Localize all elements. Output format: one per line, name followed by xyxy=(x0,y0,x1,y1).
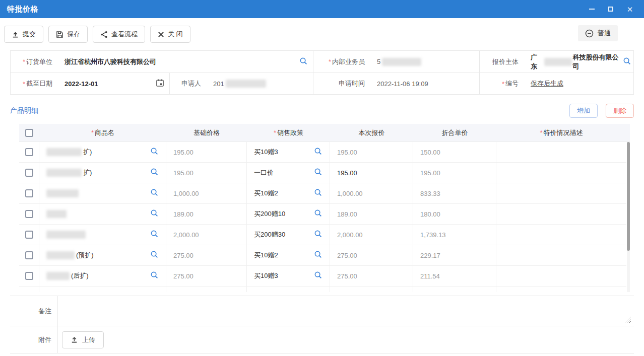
quote-price-cell[interactable] xyxy=(330,287,413,293)
base-price-cell[interactable]: 275.00 xyxy=(166,266,247,287)
base-price-cell[interactable]: 275.00 xyxy=(166,245,247,266)
quote-price-cell[interactable]: 189.00 xyxy=(330,204,413,225)
table-row: 扩)195.00一口价195.00195.00 xyxy=(19,163,626,183)
sales-policy-cell[interactable]: 买10赠3 xyxy=(247,266,330,287)
sales-policy-cell[interactable]: 买200赠10 xyxy=(247,204,330,225)
quote-price-cell[interactable]: 2,000.00 xyxy=(330,225,413,245)
table-row xyxy=(19,287,626,292)
sales-policy-cell[interactable]: 买10赠2 xyxy=(247,183,330,204)
policy-search-icon[interactable] xyxy=(314,188,323,198)
product-search-icon[interactable] xyxy=(150,147,159,157)
calendar-icon[interactable] xyxy=(156,79,164,89)
quote-entity-search-icon[interactable] xyxy=(623,57,631,67)
row-checkbox[interactable] xyxy=(25,169,33,177)
special-price-description-cell[interactable] xyxy=(496,163,626,183)
row-checkbox[interactable] xyxy=(25,210,33,218)
upload-button[interactable]: 上传 xyxy=(62,331,104,348)
special-price-description-cell[interactable] xyxy=(496,204,626,225)
base-price-cell[interactable]: 1,000.00 xyxy=(166,183,247,204)
add-row-button[interactable]: 增加 xyxy=(569,104,598,118)
product-name-cell[interactable] xyxy=(39,204,166,225)
select-all-checkbox[interactable] xyxy=(25,129,33,137)
sales-policy-value: 买10赠2 xyxy=(254,251,278,260)
row-checkbox[interactable] xyxy=(25,189,33,197)
unit-price-cell[interactable]: 211.54 xyxy=(413,266,496,287)
table-row: (预扩)275.00买10赠2275.00229.17 xyxy=(19,245,626,266)
product-search-icon[interactable] xyxy=(150,168,159,178)
sales-policy-cell[interactable]: 买10赠2 xyxy=(247,245,330,266)
priority-badge[interactable]: 普通 xyxy=(578,25,618,41)
order-unit-field[interactable]: 浙江省杭州市八骏科技有限公司 xyxy=(58,51,313,73)
remark-textarea[interactable] xyxy=(58,296,634,326)
row-checkbox[interactable] xyxy=(25,231,33,239)
product-name-cell[interactable]: 扩) xyxy=(39,163,166,183)
product-search-icon[interactable] xyxy=(150,271,159,281)
submit-button[interactable]: 提交 xyxy=(4,26,43,43)
sales-policy-cell[interactable]: 一口价 xyxy=(247,163,330,183)
special-price-description-cell[interactable] xyxy=(496,245,626,266)
quote-price-cell[interactable]: 195.00 xyxy=(330,142,413,163)
quote-entity-field[interactable]: 广东 科技股份有限公司 xyxy=(525,51,633,73)
quote-price-cell[interactable]: 275.00 xyxy=(330,266,413,287)
quote-price-cell[interactable]: 275.00 xyxy=(330,245,413,266)
product-name-cell[interactable] xyxy=(39,287,166,293)
base-price-cell[interactable]: 195.00 xyxy=(166,142,247,163)
base-price-cell[interactable]: 2,000.00 xyxy=(166,225,247,245)
product-name-cell[interactable]: 扩) xyxy=(39,142,166,163)
order-unit-search-icon[interactable] xyxy=(299,57,308,67)
deadline-field[interactable]: 2022-12-01 xyxy=(58,73,169,94)
product-search-icon[interactable] xyxy=(150,209,159,219)
maximize-icon[interactable] xyxy=(607,5,615,13)
close-window-icon[interactable]: ✕ xyxy=(626,5,634,13)
special-price-description-cell[interactable] xyxy=(496,142,626,163)
sales-policy-cell[interactable]: 买200赠30 xyxy=(247,225,330,245)
special-price-description-cell[interactable] xyxy=(496,266,626,287)
quote-price-cell[interactable]: 1,000.00 xyxy=(330,183,413,204)
base-price-cell[interactable]: 189.00 xyxy=(166,204,247,225)
minimize-icon[interactable] xyxy=(588,5,596,13)
row-checkbox[interactable] xyxy=(25,148,33,156)
quote-price-cell[interactable]: 195.00 xyxy=(330,163,413,183)
special-price-description-cell[interactable] xyxy=(496,287,626,293)
row-checkbox[interactable] xyxy=(25,272,33,280)
unit-price-cell[interactable]: 833.33 xyxy=(413,183,496,204)
policy-search-icon[interactable] xyxy=(314,271,323,281)
internal-salesman-value: 5 xyxy=(377,58,380,65)
special-price-description-cell[interactable] xyxy=(496,183,626,204)
policy-search-icon[interactable] xyxy=(314,209,323,219)
view-flow-button[interactable]: 查看流程 xyxy=(93,26,145,43)
footer-section: 备注 附件 上传 xyxy=(10,296,634,353)
table-scrollbar[interactable] xyxy=(627,142,630,292)
unit-price-cell[interactable] xyxy=(413,287,496,293)
product-name-cell[interactable] xyxy=(39,225,166,245)
base-price-cell[interactable] xyxy=(166,287,247,293)
row-checkbox[interactable] xyxy=(25,251,33,259)
product-search-icon[interactable] xyxy=(150,250,159,260)
save-button[interactable]: 保存 xyxy=(48,26,88,43)
product-name-cell[interactable] xyxy=(39,183,166,204)
special-price-description-cell[interactable] xyxy=(496,225,626,245)
resize-handle-icon[interactable] xyxy=(625,317,631,323)
unit-price-cell[interactable]: 229.17 xyxy=(413,245,496,266)
product-name-suffix: (后扩) xyxy=(71,271,89,280)
unit-price-cell[interactable]: 195.00 xyxy=(413,163,496,183)
policy-search-icon[interactable] xyxy=(314,250,323,260)
product-search-icon[interactable] xyxy=(150,188,159,198)
policy-search-icon[interactable] xyxy=(314,147,323,157)
product-name-cell[interactable]: (后扩) xyxy=(39,266,166,287)
policy-search-icon[interactable] xyxy=(314,230,323,240)
table-scrollbar-thumb[interactable] xyxy=(627,142,630,251)
product-search-icon[interactable] xyxy=(150,230,159,240)
policy-search-icon[interactable] xyxy=(314,168,323,178)
base-price-cell[interactable]: 195.00 xyxy=(166,163,247,183)
delete-row-button[interactable]: 删除 xyxy=(606,104,634,118)
internal-salesman-field[interactable]: 5 xyxy=(371,51,479,73)
close-form-button[interactable]: 关 闭 xyxy=(150,26,190,43)
unit-price-cell[interactable]: 150.00 xyxy=(413,142,496,163)
internal-salesman-label: *内部业务员 xyxy=(313,51,371,73)
product-name-cell[interactable]: (预扩) xyxy=(39,245,166,266)
sales-policy-cell[interactable]: 买10赠3 xyxy=(247,142,330,163)
unit-price-cell[interactable]: 1,739.13 xyxy=(413,225,496,245)
sales-policy-cell[interactable] xyxy=(247,287,330,293)
unit-price-cell[interactable]: 180.00 xyxy=(413,204,496,225)
